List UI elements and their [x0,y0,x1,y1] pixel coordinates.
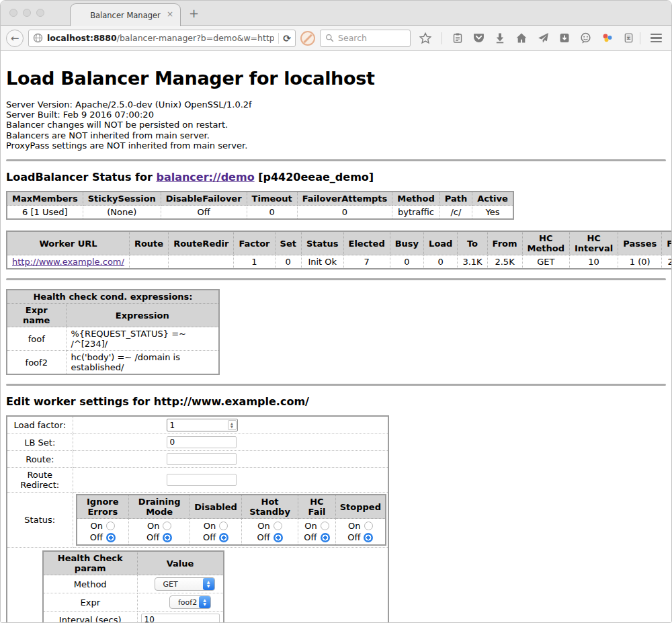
tab-close-icon[interactable]: × [167,10,173,18]
col-set: Set [275,231,301,255]
tab-bar: Balancer Manager × + [1,1,671,26]
worker-url-link[interactable]: http://www.example.com/ [12,257,124,267]
search-bar[interactable]: Search [320,30,411,47]
col-hot-standby: Hot Standby [241,495,298,519]
on-label: On [204,520,216,532]
hot-standby-on-radio[interactable] [274,522,282,530]
hc-row-interval: Interval (secs) [43,612,224,623]
disabled-on-radio[interactable] [219,522,228,530]
off-label: Off [203,532,216,543]
load-factor-input[interactable] [167,421,228,430]
cell-stickysession: (None) [83,206,161,220]
notice-persist: Balancer changes will NOT be persisted o… [6,120,666,130]
minimize-window-button[interactable] [23,9,31,17]
cell-hc-method: GET [522,255,569,269]
hc-fail-off-radio[interactable] [321,533,330,542]
col-disabled: Disabled [190,495,242,519]
col-failoverattempts: FailoverAttempts [297,192,392,206]
status-radio-table: Ignore Errors Draining Mode Disabled Hot… [76,494,387,546]
ignore-errors-off-radio[interactable] [106,533,116,542]
col-draining-mode: Draining Mode [129,495,190,519]
send-icon[interactable] [538,32,549,44]
back-button[interactable]: ← [6,30,24,47]
url-domain: localhost:8880 [47,33,117,43]
form-row-load-factor: Load factor: ▲▼ [7,416,388,434]
stopped-on-radio[interactable] [364,522,373,530]
form-row-health-check: Health Check param Value Method GET▲▼ Ex… [7,548,388,623]
on-label: On [91,520,103,532]
close-window-button[interactable] [9,9,17,17]
hc-fail-on-radio[interactable] [321,522,329,530]
divider [6,384,666,386]
cell-to: 3.1K [458,255,487,269]
form-row-status: Status: Ignore Errors Draining Mode Disa… [7,493,388,548]
col-hc-interval: HC Interval [569,231,618,255]
tab-balancer-manager[interactable]: Balancer Manager × [70,3,181,26]
balancer-link[interactable]: balancer://demo [156,171,254,183]
route-input[interactable] [167,453,237,465]
col-hc-value: Value [137,551,224,575]
search-placeholder: Search [338,33,367,43]
zoom-window-button[interactable] [36,9,44,17]
form-row-lb-set: LB Set: [7,434,388,451]
home-icon[interactable] [515,32,528,44]
colors-icon[interactable] [601,32,614,44]
off-label: Off [146,532,159,543]
edit-worker-heading: Edit worker settings for http://www.exam… [6,395,666,408]
browser-window: Balancer Manager × + ← localhost:8880/ba… [0,0,672,623]
cell-timeout: 0 [247,206,297,220]
pocket-icon[interactable] [473,32,485,44]
col-factor: Factor [234,231,275,255]
cell-expr-name: foof [7,327,66,351]
on-label: On [348,520,360,532]
col-to: To [458,231,487,255]
stopped-off-radio[interactable] [364,533,373,542]
col-stickysession: StickySession [83,192,161,206]
clipboard-icon[interactable] [452,32,463,44]
chat-icon[interactable] [580,32,591,44]
window-controls[interactable] [9,9,44,17]
cell-route [129,255,168,269]
menu-icon[interactable] [650,34,662,42]
cell-set: 0 [275,255,301,269]
new-tab-button[interactable]: + [189,6,199,20]
interval-input[interactable] [141,614,220,623]
cell-expression: %{REQUEST_STATUS} =~ /^[234]/ [66,327,219,351]
server-info: Server Version: Apache/2.5.0-dev (Unix) … [6,99,666,151]
disabled-off-radio[interactable] [219,533,228,542]
url-bar[interactable]: localhost:8880/balancer-manager?b=demo&w… [28,30,296,47]
search-icon [325,34,334,42]
url-text[interactable]: localhost:8880/balancer-manager?b=demo&w… [47,33,274,43]
content-blocker-icon[interactable] [300,31,315,46]
lb-status-heading-prefix: LoadBalancer Status for [6,171,156,183]
tab-title: Balancer Manager [90,11,161,20]
load-factor-field[interactable]: ▲▼ [167,419,238,431]
disabled-radios: On Off [190,519,242,546]
page-title: Load Balancer Manager for localhost [6,51,666,89]
lb-set-input[interactable] [167,436,237,448]
col-passes: Passes [618,231,662,255]
number-stepper-icon[interactable]: ▲▼ [228,420,237,430]
cell-hc-interval: 10 [569,255,618,269]
draining-mode-off-radio[interactable] [163,533,172,542]
select-arrows-icon: ▲▼ [199,596,210,608]
hot-standby-off-radio[interactable] [274,533,283,542]
route-redirect-input[interactable] [167,474,237,486]
star-icon[interactable] [419,32,431,44]
reader-icon[interactable] [559,32,570,44]
notes-button[interactable]: ▾ [624,32,630,44]
col-routeredir: RouteRedir [169,231,234,255]
toolbar-icons: ▾ [419,32,672,44]
cell-fails: 2 (0) [662,255,671,269]
method-select[interactable]: GET▲▼ [155,577,215,591]
download-icon[interactable] [495,32,505,44]
cell-expression: hc('body') =~ /domain is established/ [66,351,219,375]
expr-select[interactable]: foof2▲▼ [169,595,211,609]
reload-icon[interactable]: ⟳ [283,33,291,44]
off-label: Off [257,532,269,543]
ignore-errors-on-radio[interactable] [106,522,115,530]
draining-mode-on-radio[interactable] [163,522,171,530]
stopped-radios: On Off [335,519,386,546]
col-load: Load [424,231,458,255]
col-fails: Fails [662,231,671,255]
